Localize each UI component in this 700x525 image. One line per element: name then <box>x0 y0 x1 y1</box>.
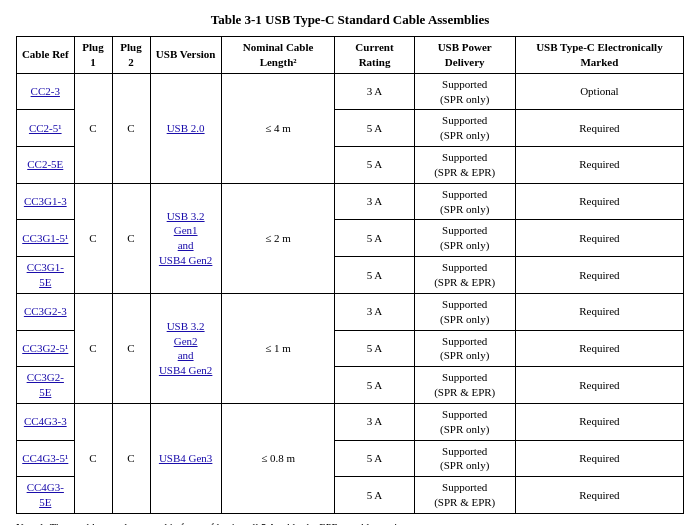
cell-current: 3 A <box>335 183 414 220</box>
cell-marked: Required <box>515 183 683 220</box>
cell-length: ≤ 2 m <box>221 183 335 293</box>
cell-current: 3 A <box>335 293 414 330</box>
cell-power: Supported(SPR only) <box>414 440 515 477</box>
cell-power: Supported(SPR only) <box>414 183 515 220</box>
cell-cable-ref[interactable]: CC2-5¹ <box>17 110 75 147</box>
cell-plug1: C <box>74 293 112 403</box>
cell-cable-ref[interactable]: CC4G3-5¹ <box>17 440 75 477</box>
cell-plug2: C <box>112 73 150 183</box>
cell-usb-version[interactable]: USB 3.2 Gen1andUSB4 Gen2 <box>150 183 221 293</box>
cell-cable-ref[interactable]: CC3G2-5E <box>17 367 75 404</box>
cell-power: Supported(SPR only) <box>414 73 515 110</box>
cell-usb-version[interactable]: USB4 Gen3 <box>150 403 221 513</box>
cell-cable-ref[interactable]: CC4G3-3 <box>17 403 75 440</box>
cell-cable-ref[interactable]: CC3G1-5E <box>17 257 75 294</box>
cell-current: 5 A <box>335 367 414 404</box>
cell-current: 3 A <box>335 73 414 110</box>
cell-cable-ref[interactable]: CC2-3 <box>17 73 75 110</box>
page-wrapper: Table 3-1 USB Type-C Standard Cable Asse… <box>16 12 684 525</box>
header-cable-ref: Cable Ref <box>17 37 75 74</box>
header-usb-version: USB Version <box>150 37 221 74</box>
table-title: Table 3-1 USB Type-C Standard Cable Asse… <box>16 12 684 28</box>
cell-usb-version[interactable]: USB 2.0 <box>150 73 221 183</box>
cell-plug2: C <box>112 183 150 293</box>
cell-power: Supported(SPR & EPR) <box>414 367 515 404</box>
cell-power: Supported(SPR only) <box>414 403 515 440</box>
header-current-rating: Current Rating <box>335 37 414 74</box>
cell-current: 5 A <box>335 257 414 294</box>
cell-power: Supported(SPR only) <box>414 293 515 330</box>
cell-marked: Required <box>515 110 683 147</box>
cell-current: 3 A <box>335 403 414 440</box>
header-power-delivery: USB Power Delivery <box>414 37 515 74</box>
cell-plug2: C <box>112 403 150 513</box>
cell-current: 5 A <box>335 477 414 514</box>
cell-length: ≤ 0.8 m <box>221 403 335 513</box>
cell-marked: Required <box>515 293 683 330</box>
cell-marked: Required <box>515 367 683 404</box>
cell-power: Supported(SPR only) <box>414 110 515 147</box>
cell-cable-ref[interactable]: CC2-5E <box>17 147 75 184</box>
cell-marked: Optional <box>515 73 683 110</box>
cell-cable-ref[interactable]: CC3G1-5¹ <box>17 220 75 257</box>
cell-marked: Required <box>515 330 683 367</box>
cell-current: 5 A <box>335 110 414 147</box>
cell-power: Supported(SPR only) <box>414 220 515 257</box>
cell-cable-ref[interactable]: CC4G3-5E <box>17 477 75 514</box>
cell-current: 5 A <box>335 440 414 477</box>
cell-plug1: C <box>74 183 112 293</box>
notes-section: Note 1: These cables are deprecated in f… <box>16 520 684 525</box>
header-plug1: Plug 1 <box>74 37 112 74</box>
cable-table: Cable Ref Plug 1 Plug 2 USB Version Nomi… <box>16 36 684 514</box>
cell-plug1: C <box>74 403 112 513</box>
header-plug2: Plug 2 <box>112 37 150 74</box>
cell-power: Supported(SPR & EPR) <box>414 147 515 184</box>
cell-power: Supported(SPR only) <box>414 330 515 367</box>
cell-current: 5 A <box>335 220 414 257</box>
cell-current: 5 A <box>335 147 414 184</box>
cell-plug1: C <box>74 73 112 183</box>
cell-usb-version[interactable]: USB 3.2 Gen2andUSB4 Gen2 <box>150 293 221 403</box>
cell-marked: Required <box>515 220 683 257</box>
header-nominal-length: Nominal Cable Length² <box>221 37 335 74</box>
cell-current: 5 A <box>335 330 414 367</box>
note-1: Note 1: These cables are deprecated in f… <box>16 520 684 525</box>
cell-length: ≤ 1 m <box>221 293 335 403</box>
cell-length: ≤ 4 m <box>221 73 335 183</box>
cell-marked: Required <box>515 440 683 477</box>
cell-marked: Required <box>515 403 683 440</box>
cell-power: Supported(SPR & EPR) <box>414 477 515 514</box>
cell-marked: Required <box>515 147 683 184</box>
cell-plug2: C <box>112 293 150 403</box>
cell-power: Supported(SPR & EPR) <box>414 257 515 294</box>
cell-cable-ref[interactable]: CC3G2-3 <box>17 293 75 330</box>
cell-cable-ref[interactable]: CC3G2-5¹ <box>17 330 75 367</box>
cell-marked: Required <box>515 477 683 514</box>
cell-cable-ref[interactable]: CC3G1-3 <box>17 183 75 220</box>
header-electronically-marked: USB Type-C Electronically Marked <box>515 37 683 74</box>
cell-marked: Required <box>515 257 683 294</box>
